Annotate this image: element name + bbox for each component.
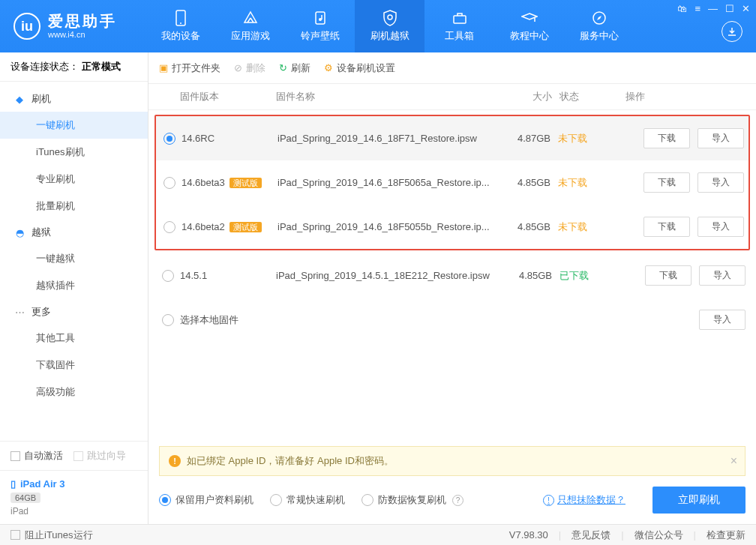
nav-toolbox[interactable]: 工具箱 [424, 0, 494, 52]
nav-mydevice[interactable]: 我的设备 [146, 0, 215, 52]
sidebar: 设备连接状态：正常模式 ◆刷机 一键刷机 iTunes刷机 专业刷机 批量刷机 … [0, 52, 148, 524]
import-button[interactable]: 导入 [698, 128, 744, 148]
brand-site: www.i4.cn [48, 30, 117, 40]
help-icon[interactable]: ? [452, 495, 464, 506]
import-button[interactable]: 导入 [698, 172, 744, 193]
music-icon [312, 10, 328, 26]
radio-select[interactable] [164, 133, 176, 145]
device-model: iPad [10, 506, 137, 517]
nav-service[interactable]: 服务中心 [564, 0, 634, 52]
footer: 阻止iTunes运行 V7.98.30| 意见反馈| 微信公众号| 检查更新 [0, 524, 756, 545]
refresh-button[interactable]: ↻刷新 [279, 61, 310, 75]
toolbar: ▣打开文件夹 ⊘删除 ↻刷新 ⚙设备刷机设置 [148, 52, 756, 84]
svg-rect-5 [454, 16, 466, 23]
mode-normal[interactable]: 常规快速刷机 [270, 493, 345, 507]
col-name: 固件名称 [276, 90, 501, 103]
mode-preserve[interactable]: 保留用户资料刷机 [159, 493, 254, 507]
download-button[interactable]: 下载 [644, 128, 690, 148]
download-button[interactable]: 下载 [645, 265, 692, 286]
folder-icon: ▣ [159, 62, 168, 73]
sidebar-pro-flash[interactable]: 专业刷机 [0, 166, 148, 193]
import-button[interactable]: 导入 [699, 310, 746, 330]
sidebar-other-tools[interactable]: 其他工具 [0, 325, 148, 352]
close-icon[interactable]: ✕ [742, 3, 750, 14]
delete-button[interactable]: ⊘删除 [234, 61, 266, 75]
gear-icon: ⚙ [324, 62, 333, 73]
sidebar-itunes-flash[interactable]: iTunes刷机 [0, 139, 148, 166]
wechat-link[interactable]: 微信公众号 [634, 529, 683, 542]
warning-icon: ! [169, 455, 181, 467]
sidebar-jail-plugins[interactable]: 越狱插件 [0, 272, 148, 299]
refresh-icon: ↻ [279, 62, 287, 73]
erase-link[interactable]: !只想抹除数据？ [542, 493, 626, 507]
nav-flash[interactable]: 刷机越狱 [355, 0, 424, 52]
open-folder-button[interactable]: ▣打开文件夹 [159, 61, 220, 75]
phone-icon [172, 10, 189, 26]
radio-select[interactable] [164, 221, 176, 233]
import-button[interactable]: 导入 [698, 217, 744, 237]
device-card[interactable]: ▯iPad Air 3 64GB iPad [0, 470, 148, 524]
settings-button[interactable]: ⚙设备刷机设置 [324, 61, 395, 75]
delete-icon: ⊘ [234, 62, 242, 73]
minimize-icon[interactable]: — [708, 3, 718, 14]
toolbox-icon [452, 10, 468, 26]
sidebar-advanced[interactable]: 高级功能 [0, 379, 148, 406]
firmware-row[interactable]: 14.6beta2测试版 iPad_Spring_2019_14.6_18F50… [156, 205, 748, 249]
warning-bar: ! 如已绑定 Apple ID，请准备好 Apple ID和密码。 × [159, 446, 746, 476]
radio-select[interactable] [162, 314, 174, 326]
flash-now-button[interactable]: 立即刷机 [652, 487, 746, 514]
col-ops: 操作 [626, 90, 746, 103]
beta-badge: 测试版 [230, 178, 262, 188]
shield-small-icon: ◓ [14, 226, 26, 238]
firmware-row[interactable]: 14.6beta3测试版 iPad_Spring_2019_14.6_18F50… [156, 160, 748, 205]
sidebar-oneclick-flash[interactable]: 一键刷机 [0, 112, 148, 139]
nav-apps[interactable]: 应用游戏 [215, 0, 285, 52]
logo: iu 爱思助手 www.i4.cn [0, 12, 130, 40]
sidebar-download-fw[interactable]: 下载固件 [0, 352, 148, 379]
nav-tabs: 我的设备 应用游戏 铃声壁纸 刷机越狱 工具箱 教程中心 服务中心 [146, 0, 634, 52]
local-firmware-row[interactable]: 选择本地固件 导入 [154, 298, 750, 342]
info-icon: ! [543, 495, 554, 506]
maximize-icon[interactable]: ☐ [725, 3, 734, 14]
radio-select[interactable] [162, 270, 174, 282]
svg-point-4 [388, 15, 392, 19]
downloads-button[interactable] [722, 21, 742, 42]
feedback-link[interactable]: 意见反馈 [572, 529, 610, 542]
warning-close[interactable]: × [730, 454, 737, 468]
highlighted-firmware-group: 14.6RC iPad_Spring_2019_14.6_18F71_Resto… [154, 115, 750, 250]
sidebar-oneclick-jail[interactable]: 一键越狱 [0, 245, 148, 272]
sidebar-batch-flash[interactable]: 批量刷机 [0, 193, 148, 220]
block-itunes-checkbox[interactable]: 阻止iTunes运行 [10, 529, 93, 542]
import-button[interactable]: 导入 [699, 265, 746, 286]
logo-icon: iu [14, 13, 40, 40]
sidebar-flash-header[interactable]: ◆刷机 [0, 86, 148, 112]
compass-icon [591, 10, 608, 26]
more-icon: ⋯ [14, 306, 26, 318]
radio-select[interactable] [164, 177, 176, 189]
col-size: 大小 [501, 90, 560, 103]
sidebar-more-header[interactable]: ⋯更多 [0, 299, 148, 325]
main-panel: ▣打开文件夹 ⊘删除 ↻刷新 ⚙设备刷机设置 固件版本 固件名称 大小 状态 操… [148, 52, 756, 524]
firmware-row[interactable]: 14.6RC iPad_Spring_2019_14.6_18F71_Resto… [156, 116, 748, 160]
shop-icon[interactable]: 🛍 [677, 3, 687, 14]
nav-ringtone[interactable]: 铃声壁纸 [285, 0, 355, 52]
device-icon: ▯ [10, 478, 16, 490]
download-button[interactable]: 下载 [644, 172, 690, 193]
update-link[interactable]: 检查更新 [706, 529, 746, 542]
skip-wizard-checkbox[interactable]: 跳过向导 [74, 449, 126, 463]
col-version: 固件版本 [180, 90, 276, 103]
menu-icon[interactable]: ≡ [694, 3, 700, 14]
hat-icon [521, 10, 538, 26]
window-controls: 🛍 ≡ — ☐ ✕ [677, 3, 750, 14]
download-button[interactable]: 下载 [644, 217, 690, 237]
table-header: 固件版本 固件名称 大小 状态 操作 [148, 84, 756, 110]
beta-badge: 测试版 [230, 222, 262, 232]
firmware-row[interactable]: 14.5.1 iPad_Spring_2019_14.5.1_18E212_Re… [154, 253, 750, 298]
sidebar-jailbreak-header[interactable]: ◓越狱 [0, 220, 148, 245]
mode-antirecover[interactable]: 防数据恢复刷机? [362, 493, 464, 507]
connection-status: 设备连接状态：正常模式 [0, 52, 148, 82]
auto-activate-checkbox[interactable]: 自动激活 [10, 449, 63, 463]
svg-point-1 [180, 22, 182, 24]
apps-icon [242, 10, 259, 26]
nav-tutorial[interactable]: 教程中心 [494, 0, 564, 52]
